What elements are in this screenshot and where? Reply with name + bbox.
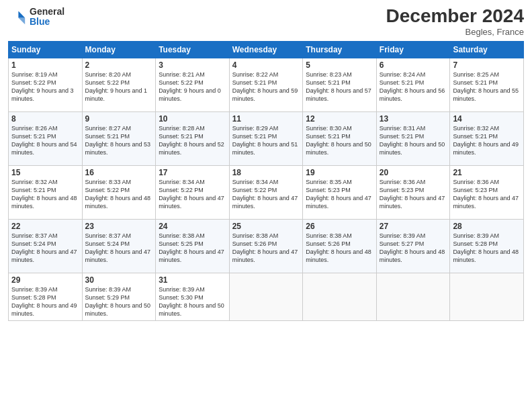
location: Begles, France [386, 27, 524, 37]
col-thursday: Thursday [303, 42, 377, 58]
calendar-container: General Blue December 2024 Begles, Franc… [0, 0, 532, 328]
logo-text: General Blue [30, 7, 64, 28]
header-row: General Blue December 2024 Begles, Franc… [8, 7, 524, 37]
cell-info: Sunrise: 8:29 AMSunset: 5:21 PMDaylight:… [232, 125, 298, 156]
table-cell: 3 Sunrise: 8:21 AMSunset: 5:22 PMDayligh… [156, 58, 230, 112]
table-cell: 6 Sunrise: 8:24 AMSunset: 5:21 PMDayligh… [376, 58, 450, 112]
table-cell: 14 Sunrise: 8:32 AMSunset: 5:21 PMDaylig… [450, 112, 524, 166]
table-cell: 30 Sunrise: 8:39 AMSunset: 5:29 PMDaylig… [82, 273, 156, 321]
day-number: 5 [306, 60, 373, 70]
cell-info: Sunrise: 8:38 AMSunset: 5:26 PMDaylight:… [232, 232, 298, 263]
logo-icon [8, 7, 27, 26]
logo-general: General [30, 7, 64, 17]
table-cell: 17 Sunrise: 8:34 AMSunset: 5:22 PMDaylig… [156, 166, 230, 220]
table-cell: 31 Sunrise: 8:39 AMSunset: 5:30 PMDaylig… [156, 273, 230, 321]
col-monday: Monday [82, 42, 156, 58]
cell-info: Sunrise: 8:20 AMSunset: 5:22 PMDaylight:… [85, 71, 148, 102]
cell-info: Sunrise: 8:30 AMSunset: 5:21 PMDaylight:… [306, 125, 371, 156]
table-cell: 10 Sunrise: 8:28 AMSunset: 5:21 PMDaylig… [156, 112, 230, 166]
title-block: December 2024 Begles, France [386, 7, 524, 37]
cell-info: Sunrise: 8:39 AMSunset: 5:28 PMDaylight:… [453, 232, 519, 263]
day-number: 19 [306, 168, 373, 177]
day-number: 16 [85, 168, 153, 177]
month-title: December 2024 [386, 7, 524, 26]
table-cell: 4 Sunrise: 8:22 AMSunset: 5:21 PMDayligh… [229, 58, 303, 112]
cell-info: Sunrise: 8:21 AMSunset: 5:22 PMDaylight:… [159, 71, 221, 102]
table-cell: 29 Sunrise: 8:39 AMSunset: 5:28 PMDaylig… [9, 273, 83, 321]
table-cell: 12 Sunrise: 8:30 AMSunset: 5:21 PMDaylig… [303, 112, 377, 166]
svg-marker-0 [18, 11, 25, 18]
table-cell: 24 Sunrise: 8:38 AMSunset: 5:25 PMDaylig… [156, 220, 230, 273]
day-number: 20 [380, 168, 447, 177]
table-cell: 1 Sunrise: 8:19 AMSunset: 5:22 PMDayligh… [9, 58, 83, 112]
table-cell: 7 Sunrise: 8:25 AMSunset: 5:21 PMDayligh… [450, 58, 524, 112]
cell-info: Sunrise: 8:39 AMSunset: 5:30 PMDaylight:… [159, 286, 224, 317]
cell-info: Sunrise: 8:38 AMSunset: 5:26 PMDaylight:… [306, 232, 371, 263]
cell-info: Sunrise: 8:39 AMSunset: 5:27 PMDaylight:… [380, 232, 445, 263]
table-cell: 26 Sunrise: 8:38 AMSunset: 5:26 PMDaylig… [303, 220, 377, 273]
day-number: 25 [232, 222, 300, 231]
day-number: 2 [85, 60, 153, 70]
cell-info: Sunrise: 8:36 AMSunset: 5:23 PMDaylight:… [453, 179, 519, 210]
day-number: 10 [159, 114, 226, 124]
svg-marker-1 [18, 18, 25, 25]
day-number: 9 [85, 114, 153, 124]
logo-blue: Blue [30, 17, 64, 27]
day-number: 22 [11, 222, 79, 231]
day-number: 24 [159, 222, 226, 231]
table-cell: 16 Sunrise: 8:33 AMSunset: 5:22 PMDaylig… [82, 166, 156, 220]
day-number: 11 [232, 114, 300, 124]
cell-info: Sunrise: 8:19 AMSunset: 5:22 PMDaylight:… [11, 71, 74, 102]
cell-info: Sunrise: 8:34 AMSunset: 5:22 PMDaylight:… [159, 179, 224, 210]
table-cell [376, 273, 450, 321]
cell-info: Sunrise: 8:37 AMSunset: 5:24 PMDaylight:… [11, 232, 77, 263]
logo: General Blue [8, 7, 64, 28]
day-number: 29 [11, 275, 79, 285]
table-cell: 27 Sunrise: 8:39 AMSunset: 5:27 PMDaylig… [376, 220, 450, 273]
cell-info: Sunrise: 8:38 AMSunset: 5:25 PMDaylight:… [159, 232, 224, 263]
table-cell: 8 Sunrise: 8:26 AMSunset: 5:21 PMDayligh… [9, 112, 83, 166]
day-number: 27 [380, 222, 447, 231]
table-cell: 20 Sunrise: 8:36 AMSunset: 5:23 PMDaylig… [376, 166, 450, 220]
col-friday: Friday [376, 42, 450, 58]
col-sunday: Sunday [9, 42, 83, 58]
day-number: 7 [453, 60, 521, 70]
cell-info: Sunrise: 8:23 AMSunset: 5:21 PMDaylight:… [306, 71, 371, 102]
day-number: 3 [159, 60, 226, 70]
cell-info: Sunrise: 8:34 AMSunset: 5:22 PMDaylight:… [232, 179, 298, 210]
day-number: 23 [85, 222, 153, 231]
cell-info: Sunrise: 8:26 AMSunset: 5:21 PMDaylight:… [11, 125, 77, 156]
day-number: 6 [380, 60, 447, 70]
day-number: 13 [380, 114, 447, 124]
cell-info: Sunrise: 8:36 AMSunset: 5:23 PMDaylight:… [380, 179, 445, 210]
day-number: 21 [453, 168, 521, 177]
cell-info: Sunrise: 8:35 AMSunset: 5:23 PMDaylight:… [306, 179, 371, 210]
day-number: 14 [453, 114, 521, 124]
table-cell: 18 Sunrise: 8:34 AMSunset: 5:22 PMDaylig… [229, 166, 303, 220]
table-cell: 15 Sunrise: 8:32 AMSunset: 5:21 PMDaylig… [9, 166, 83, 220]
cell-info: Sunrise: 8:27 AMSunset: 5:21 PMDaylight:… [85, 125, 151, 156]
calendar-table: Sunday Monday Tuesday Wednesday Thursday… [8, 41, 524, 321]
table-cell: 21 Sunrise: 8:36 AMSunset: 5:23 PMDaylig… [450, 166, 524, 220]
cell-info: Sunrise: 8:24 AMSunset: 5:21 PMDaylight:… [380, 71, 445, 102]
day-number: 31 [159, 275, 226, 285]
table-cell: 19 Sunrise: 8:35 AMSunset: 5:23 PMDaylig… [303, 166, 377, 220]
cell-info: Sunrise: 8:28 AMSunset: 5:21 PMDaylight:… [159, 125, 224, 156]
table-cell [229, 273, 303, 321]
day-number: 15 [11, 168, 79, 177]
day-number: 28 [453, 222, 521, 231]
day-number: 1 [11, 60, 79, 70]
table-cell: 2 Sunrise: 8:20 AMSunset: 5:22 PMDayligh… [82, 58, 156, 112]
day-number: 18 [232, 168, 300, 177]
table-cell: 25 Sunrise: 8:38 AMSunset: 5:26 PMDaylig… [229, 220, 303, 273]
cell-info: Sunrise: 8:37 AMSunset: 5:24 PMDaylight:… [85, 232, 151, 263]
cell-info: Sunrise: 8:33 AMSunset: 5:22 PMDaylight:… [85, 179, 151, 210]
day-number: 8 [11, 114, 79, 124]
day-number: 17 [159, 168, 226, 177]
day-number: 4 [232, 60, 300, 70]
table-cell: 13 Sunrise: 8:31 AMSunset: 5:21 PMDaylig… [376, 112, 450, 166]
col-wednesday: Wednesday [229, 42, 303, 58]
day-number: 12 [306, 114, 373, 124]
cell-info: Sunrise: 8:32 AMSunset: 5:21 PMDaylight:… [453, 125, 519, 156]
table-cell: 5 Sunrise: 8:23 AMSunset: 5:21 PMDayligh… [303, 58, 377, 112]
